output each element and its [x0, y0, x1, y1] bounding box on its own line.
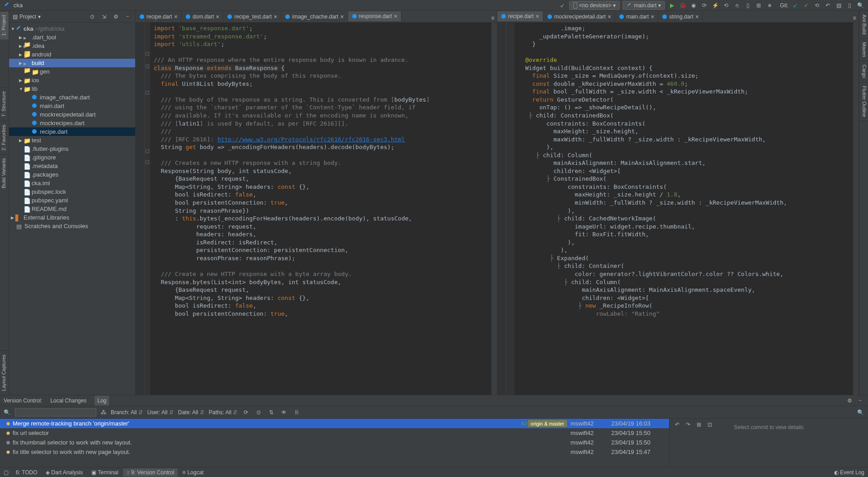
tool-terminal[interactable]: ▣ Terminal: [88, 468, 122, 477]
avd-icon[interactable]: ▯: [845, 1, 854, 9]
editor-tab[interactable]: image_chache.dart×: [281, 11, 348, 22]
expand-icon[interactable]: ⊡: [706, 421, 714, 429]
debug-icon[interactable]: 🐞: [679, 1, 687, 9]
close-icon[interactable]: ×: [695, 13, 699, 20]
goto-icon[interactable]: ⎘: [292, 408, 301, 416]
tree-item[interactable]: 📄README.md: [9, 205, 135, 213]
tree-item[interactable]: main.dart: [9, 102, 135, 110]
commit-row[interactable]: Merge remote-tracking branch 'origin/mas…: [0, 419, 669, 428]
stop-icon[interactable]: ■: [765, 1, 774, 9]
hot-reload-icon[interactable]: ⚡: [711, 1, 719, 9]
gutter-structure[interactable]: 7: Structure: [0, 87, 9, 121]
cherry-pick-icon[interactable]: ⊙: [255, 408, 263, 416]
refresh-icon[interactable]: ⟳: [242, 408, 250, 416]
tool-logcat[interactable]: ≡ Logcat: [179, 468, 207, 477]
gear-icon[interactable]: ⚙: [845, 397, 854, 405]
tree-item[interactable]: 📄.metadata: [9, 162, 135, 170]
close-icon[interactable]: ×: [216, 13, 219, 20]
tree-item[interactable]: ▶📁android: [9, 50, 135, 59]
commit-row[interactable]: fix title selector to work with new page…: [0, 447, 669, 457]
eye-icon[interactable]: 👁: [280, 408, 288, 416]
widget-icon[interactable]: ⊞: [755, 1, 763, 9]
toggle-tool-icon[interactable]: ▢: [4, 469, 9, 476]
tree-item[interactable]: ▶▸📁.dart_tool: [9, 33, 135, 42]
tree-item[interactable]: 📄cka.iml: [9, 179, 135, 187]
tree-scratches[interactable]: ▤ Scratches and Consoles: [9, 222, 135, 230]
gutter-maven[interactable]: Maven: [859, 38, 868, 61]
close-icon[interactable]: ×: [608, 13, 611, 20]
run-icon[interactable]: ▶: [668, 1, 676, 9]
close-icon[interactable]: ×: [340, 13, 344, 20]
gutter-build-variants[interactable]: Build Variants: [0, 154, 9, 192]
profiler-icon[interactable]: ⟳: [700, 1, 708, 9]
scroll-from-source-icon[interactable]: ⊙: [88, 13, 96, 21]
tree-item[interactable]: 📄.gitignore: [9, 153, 135, 162]
group-icon[interactable]: ⊞: [695, 421, 703, 429]
tree-item[interactable]: ▶▸📁.idea: [9, 42, 135, 50]
editor-tab[interactable]: dom.dart×: [182, 11, 224, 22]
editor-tab[interactable]: mockrecipedetail.dart×: [543, 11, 615, 22]
undo-icon[interactable]: ↶: [673, 421, 681, 429]
vcs-tab-log[interactable]: Log: [94, 396, 109, 406]
git-commit-icon[interactable]: ✓: [802, 1, 810, 9]
tree-item[interactable]: mockrecipedetail.dart: [9, 110, 135, 119]
tree-item[interactable]: ▶📁test: [9, 136, 135, 145]
paths-filter[interactable]: Paths: All ⇵: [209, 409, 237, 416]
gutter-favorites[interactable]: 2: Favorites: [0, 121, 9, 154]
collapse-icon[interactable]: ⇲: [100, 13, 108, 21]
hot-restart-icon[interactable]: ⟲: [722, 1, 730, 9]
close-icon[interactable]: ×: [394, 13, 397, 20]
editor-icon[interactable]: ▤: [835, 1, 843, 9]
close-icon[interactable]: ×: [274, 13, 277, 20]
back-icon[interactable]: ↙: [558, 1, 566, 9]
tree-item[interactable]: recipe.dart: [9, 127, 135, 136]
tree-item[interactable]: 📄.flutter-plugins: [9, 145, 135, 153]
run-config-selector[interactable]: main.dart ▾: [623, 1, 665, 10]
coverage-icon[interactable]: ◉: [689, 1, 698, 9]
search-icon[interactable]: 🔍: [856, 408, 864, 416]
hide-icon[interactable]: －: [856, 397, 864, 405]
close-icon[interactable]: ×: [174, 13, 178, 20]
search-icon[interactable]: 🔍: [856, 1, 864, 9]
event-log[interactable]: ◐ Event Log: [834, 469, 864, 476]
gutter-cargo[interactable]: Cargo: [859, 61, 868, 82]
gutter-ant[interactable]: Ant Build: [859, 11, 868, 38]
tool-dart-analysis[interactable]: ◈ Dart Analysis: [42, 468, 87, 477]
editor-tab[interactable]: response.dart×: [348, 11, 402, 22]
date-filter[interactable]: Date: All ⇵: [178, 409, 204, 416]
close-icon[interactable]: ×: [536, 13, 539, 20]
hide-icon[interactable]: －: [123, 13, 132, 21]
git-update-icon[interactable]: ↙: [791, 1, 799, 9]
tree-root[interactable]: ▼ cka ~/github/cka: [9, 24, 135, 33]
user-filter[interactable]: User: All ⇵: [147, 409, 174, 416]
attach-icon[interactable]: ⎋: [733, 1, 741, 9]
gutter-layout-captures[interactable]: Layout Captures: [0, 351, 9, 395]
intellisort-icon[interactable]: ⇅: [267, 408, 275, 416]
tree-item[interactable]: 📄pubspec.yaml: [9, 196, 135, 205]
editor-tab[interactable]: recipe_test.dart×: [223, 11, 281, 22]
tree-item[interactable]: 📄pubspec.lock: [9, 187, 135, 196]
tree-item[interactable]: 📄.packages: [9, 170, 135, 179]
code-editor-right[interactable]: .image; _updatePaletteGenerator(image); …: [514, 23, 853, 395]
vcs-search-input[interactable]: [15, 408, 96, 416]
device-icon[interactable]: ▯: [744, 1, 752, 9]
code-editor-left[interactable]: import 'base_response.dart'; import 'str…: [150, 23, 491, 395]
gutter-project[interactable]: 1: Project: [0, 11, 9, 39]
git-history-icon[interactable]: ⟲: [813, 1, 821, 9]
commit-row[interactable]: fix thumbnail selector to work with new …: [0, 438, 669, 447]
tab-overflow-icon[interactable]: ≡: [489, 14, 497, 22]
regex-icon[interactable]: ⁂: [101, 409, 106, 416]
branch-filter[interactable]: Branch: All ⇵: [111, 409, 143, 416]
gutter-flutter-outline[interactable]: Flutter Outline: [859, 82, 868, 121]
device-selector[interactable]: <no devices> ▾: [569, 1, 620, 10]
tool-vcs[interactable]: ↕ 9: Version Control: [123, 468, 178, 477]
tree-external-libraries[interactable]: ▶ ▋ External Libraries: [9, 213, 135, 222]
tree-item[interactable]: mockrecipes.dart: [9, 119, 135, 127]
editor-tab[interactable]: main.dart×: [615, 11, 658, 22]
close-icon[interactable]: ×: [651, 13, 654, 20]
vcs-tab-local[interactable]: Local Changes: [47, 396, 89, 406]
gear-icon[interactable]: ⚙: [112, 13, 120, 21]
tool-todo[interactable]: 6: TODO: [12, 468, 41, 477]
redo-icon[interactable]: ↷: [684, 421, 692, 429]
editor-tab[interactable]: string.dart×: [658, 11, 703, 22]
